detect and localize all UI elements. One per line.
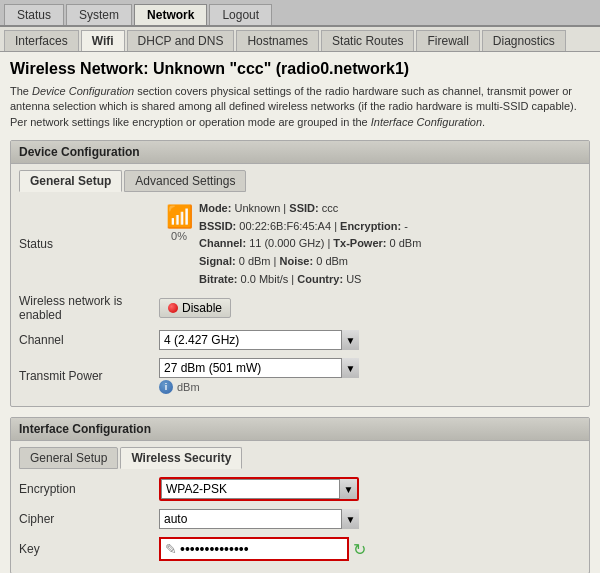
iface-tab-security[interactable]: Wireless Security xyxy=(120,447,242,469)
tab-system[interactable]: System xyxy=(66,4,132,25)
channel-control: 4 (2.427 GHz) 1 (2.412 GHz) 6 (2.437 GHz… xyxy=(159,330,581,350)
interface-config-inner: General Setup Wireless Security Encrypti… xyxy=(11,441,589,573)
subtab-wifi[interactable]: Wifi xyxy=(81,30,125,51)
key-pencil-icon: ✎ xyxy=(165,541,177,557)
status-control: 📶 0% Mode: Unknown | SSID: ccc BSSID: 00… xyxy=(159,200,581,288)
device-tab-advanced[interactable]: Advanced Settings xyxy=(124,170,246,192)
txpower-select-wrapper: 27 dBm (501 mW) 20 dBm (100 mW) 17 dBm (… xyxy=(159,358,359,378)
page-content: Wireless Network: Unknown "ccc" (radio0.… xyxy=(0,52,600,573)
key-input-box: ✎ xyxy=(159,537,349,561)
interface-inner-tabs: General Setup Wireless Security xyxy=(19,447,581,469)
dbm-label: dBm xyxy=(177,381,200,393)
device-inner-tabs: General Setup Advanced Settings xyxy=(19,170,581,192)
encryption-select[interactable]: WPA2-PSK None WPA-PSK WPA2-PSK/WPA-PSK M… xyxy=(161,479,357,499)
wireless-enabled-label: Wireless network is enabled xyxy=(19,294,159,322)
txpower-row: Transmit Power 27 dBm (501 mW) 20 dBm (1… xyxy=(19,358,581,394)
channel-select-wrapper: 4 (2.427 GHz) 1 (2.412 GHz) 6 (2.437 GHz… xyxy=(159,330,359,350)
key-label: Key xyxy=(19,542,159,556)
cipher-label: Cipher xyxy=(19,512,159,526)
device-config-inner: General Setup Advanced Settings Status 📶… xyxy=(11,164,589,406)
subtab-hostnames[interactable]: Hostnames xyxy=(236,30,319,51)
channel-row: Channel 4 (2.427 GHz) 1 (2.412 GHz) 6 (2… xyxy=(19,328,581,352)
status-row: Status 📶 0% Mode: Unknown | SSID: ccc BS… xyxy=(19,200,581,288)
tab-network[interactable]: Network xyxy=(134,4,207,25)
key-field-wrapper: ✎ ↻ xyxy=(159,537,366,561)
subtab-firewall[interactable]: Firewall xyxy=(416,30,479,51)
channel-label: Channel xyxy=(19,333,159,347)
red-dot-icon xyxy=(168,303,178,313)
cipher-select-wrapper: auto CCMP (AES) TKIP TKIP+CCMP ▼ xyxy=(159,509,359,529)
interface-config-section: Interface Configuration General Setup Wi… xyxy=(10,417,590,573)
encryption-select-wrapper: WPA2-PSK None WPA-PSK WPA2-PSK/WPA-PSK M… xyxy=(159,477,359,501)
subtab-diagnostics[interactable]: Diagnostics xyxy=(482,30,566,51)
page-title: Wireless Network: Unknown "ccc" (radio0.… xyxy=(10,60,590,78)
cipher-control: auto CCMP (AES) TKIP TKIP+CCMP ▼ xyxy=(159,509,581,529)
wireless-enabled-control: Disable xyxy=(159,298,581,318)
disable-label: Disable xyxy=(182,301,222,315)
wifi-signal-icon: 📶 0% xyxy=(159,200,199,242)
dbm-note: i dBm xyxy=(159,380,200,394)
tab-logout[interactable]: Logout xyxy=(209,4,272,25)
device-config-section: Device Configuration General Setup Advan… xyxy=(10,140,590,407)
encryption-label: Encryption xyxy=(19,482,159,496)
subtab-dhcp-dns[interactable]: DHCP and DNS xyxy=(127,30,235,51)
txpower-control: 27 dBm (501 mW) 20 dBm (100 mW) 17 dBm (… xyxy=(159,358,581,394)
description: The Device Configuration section covers … xyxy=(10,84,590,130)
tab-status[interactable]: Status xyxy=(4,4,64,25)
status-label: Status xyxy=(19,237,159,251)
subtab-static-routes[interactable]: Static Routes xyxy=(321,30,414,51)
device-tab-general[interactable]: General Setup xyxy=(19,170,122,192)
info-icon: i xyxy=(159,380,173,394)
key-input[interactable] xyxy=(180,541,330,557)
disable-button[interactable]: Disable xyxy=(159,298,231,318)
cipher-select[interactable]: auto CCMP (AES) TKIP TKIP+CCMP xyxy=(159,509,359,529)
key-row: Key ✎ ↻ xyxy=(19,537,581,561)
txpower-label: Transmit Power xyxy=(19,369,159,383)
top-nav: Status System Network Logout xyxy=(0,0,600,27)
encryption-control: WPA2-PSK None WPA-PSK WPA2-PSK/WPA-PSK M… xyxy=(159,477,581,501)
cipher-row: Cipher auto CCMP (AES) TKIP TKIP+CCMP ▼ xyxy=(19,507,581,531)
wireless-enabled-row: Wireless network is enabled Disable xyxy=(19,294,581,322)
subtab-interfaces[interactable]: Interfaces xyxy=(4,30,79,51)
txpower-select[interactable]: 27 dBm (501 mW) 20 dBm (100 mW) 17 dBm (… xyxy=(159,358,359,378)
key-control: ✎ ↻ xyxy=(159,537,581,561)
channel-select[interactable]: 4 (2.427 GHz) 1 (2.412 GHz) 6 (2.437 GHz… xyxy=(159,330,359,350)
refresh-icon[interactable]: ↻ xyxy=(353,540,366,559)
status-area: 📶 0% Mode: Unknown | SSID: ccc BSSID: 00… xyxy=(159,200,421,288)
iface-tab-general[interactable]: General Setup xyxy=(19,447,118,469)
status-info: Mode: Unknown | SSID: ccc BSSID: 00:22:6… xyxy=(199,200,421,288)
interface-config-title: Interface Configuration xyxy=(11,418,589,441)
sub-nav: Interfaces Wifi DHCP and DNS Hostnames S… xyxy=(0,27,600,52)
device-config-title: Device Configuration xyxy=(11,141,589,164)
encryption-row: Encryption WPA2-PSK None WPA-PSK WPA2-PS… xyxy=(19,477,581,501)
